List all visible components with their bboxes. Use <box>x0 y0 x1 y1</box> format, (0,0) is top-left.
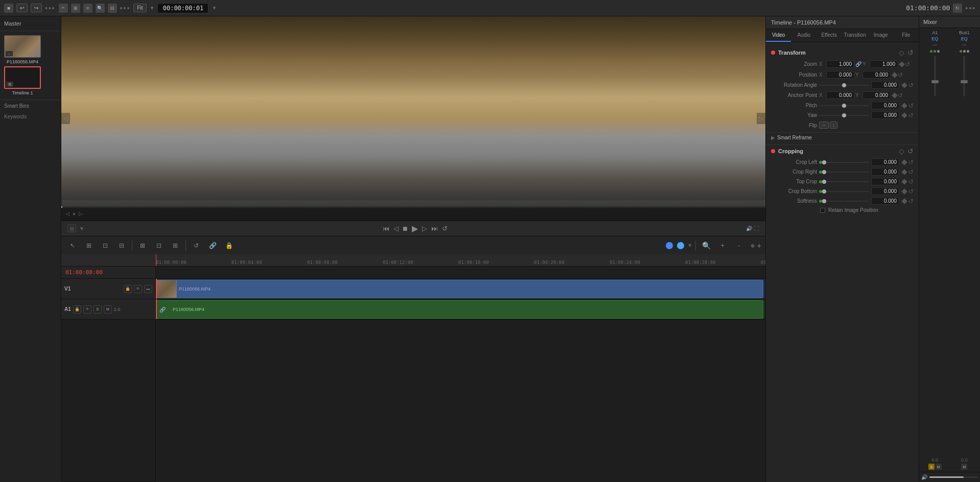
crop-right-keyframe[interactable] <box>901 169 907 175</box>
v1-clip-icon[interactable]: ▬ <box>144 285 152 293</box>
mixer-bus1-handle[interactable] <box>961 80 968 83</box>
zoom-fit-btn[interactable]: - <box>732 239 746 252</box>
crop-top-slider[interactable] <box>824 181 869 182</box>
add-marker-btn[interactable]: + <box>757 242 761 250</box>
v1-clip[interactable]: P1160056.MP4 <box>156 280 763 298</box>
mixer-a1-eq[interactable]: EQ <box>931 36 938 41</box>
a1-clip[interactable]: 🔗 P1160056.MP4 <box>156 300 763 319</box>
undo-button[interactable]: ↩ <box>16 4 28 12</box>
mixer-bus1-m-btn[interactable]: M <box>961 464 967 470</box>
toolbar-link-btn[interactable]: 🔗 <box>205 239 220 252</box>
a1-s-icon[interactable]: S <box>94 305 102 314</box>
tab-video[interactable]: Video <box>766 29 791 42</box>
go-start-btn[interactable]: ⏮ <box>383 225 389 232</box>
zoom-keyframe-btn[interactable] <box>899 61 904 67</box>
mixer-bus1-eq[interactable]: EQ <box>961 36 968 41</box>
zoom-reset-btn[interactable]: ↺ <box>905 61 910 68</box>
viewer-mark-out[interactable]: ▷ <box>79 211 83 216</box>
fit-button[interactable]: Fit <box>133 4 146 12</box>
mixer-a1-fader[interactable] <box>934 56 936 97</box>
flip-h-btn[interactable]: ↔ <box>819 122 829 129</box>
softness-keyframe[interactable] <box>901 198 907 204</box>
viewer-mark-in[interactable]: ◁ <box>65 211 69 216</box>
anchor-x-input[interactable] <box>826 91 854 99</box>
anchor-keyframe[interactable] <box>892 92 897 98</box>
pitch-input[interactable] <box>871 102 899 109</box>
rotation-reset[interactable]: ↺ <box>908 82 914 89</box>
a1-eye-icon[interactable]: 👁 <box>83 305 91 314</box>
crop-bottom-reset[interactable]: ↺ <box>908 188 914 195</box>
crop-top-reset[interactable]: ↺ <box>908 178 914 185</box>
color-btn-2[interactable] <box>677 242 684 249</box>
volume-slider[interactable] <box>929 476 978 478</box>
keywords-item[interactable]: Keywords <box>0 112 61 122</box>
crop-left-input[interactable] <box>871 158 899 166</box>
cropping-header[interactable]: Cropping ◇ ↺ <box>766 145 919 157</box>
softness-reset[interactable]: ↺ <box>908 198 914 205</box>
crop-left-slider[interactable] <box>824 162 869 163</box>
rotation-input[interactable] <box>871 81 899 89</box>
viewer-marker[interactable]: ● <box>73 211 76 216</box>
v1-eye-icon[interactable]: 👁 <box>134 285 142 293</box>
crop-right-slider[interactable] <box>824 172 869 173</box>
crop-right-reset[interactable]: ↺ <box>908 168 914 176</box>
media-item-timeline[interactable]: ▦ Timeline 1 <box>4 66 41 95</box>
yaw-keyframe[interactable] <box>901 112 907 118</box>
mixer-bus1-fader[interactable] <box>963 56 965 97</box>
toolbar-loop-btn[interactable]: ↺ <box>189 239 203 252</box>
stop-btn[interactable]: ■ <box>403 224 408 233</box>
yaw-reset[interactable]: ↺ <box>908 112 914 119</box>
play-btn[interactable]: ▶ <box>412 224 418 233</box>
toolbar-razor-btn[interactable]: ⊟ <box>114 239 129 252</box>
toolbar-replace-btn[interactable]: ⊞ <box>168 239 182 252</box>
v1-lock-icon[interactable]: 🔒 <box>124 285 132 293</box>
frame-arrow[interactable]: ▼ <box>79 226 84 231</box>
yaw-input[interactable] <box>871 111 899 119</box>
cropping-reset-btn[interactable]: ↺ <box>907 147 914 155</box>
tab-audio[interactable]: Audio <box>791 29 816 42</box>
crop-bottom-input[interactable] <box>871 187 899 195</box>
media-item-video[interactable]: ♪ P1160056.MP4 <box>4 35 41 64</box>
rotation-keyframe[interactable] <box>901 82 907 88</box>
yaw-slider[interactable] <box>819 115 869 116</box>
softness-slider[interactable] <box>824 201 869 202</box>
tab-file[interactable]: File <box>893 29 918 42</box>
toolbar-cut-btn[interactable]: ⊡ <box>98 239 112 252</box>
crop-bottom-slider[interactable] <box>824 191 869 192</box>
pos-x-input[interactable] <box>826 71 854 79</box>
smart-reframe-row[interactable]: ▶ Smart Reframe <box>766 132 919 142</box>
a1-lock-icon[interactable]: 🔒 <box>73 305 81 314</box>
crop-top-keyframe[interactable] <box>901 179 907 184</box>
pos-keyframe-btn[interactable] <box>892 72 897 78</box>
crop-left-keyframe[interactable] <box>901 159 907 165</box>
cropping-add-btn[interactable]: ◇ <box>899 147 904 155</box>
retain-checkbox[interactable] <box>820 208 825 213</box>
tab-transition[interactable]: Transition <box>842 29 868 42</box>
anchor-reset[interactable]: ↺ <box>898 92 903 99</box>
search-icon[interactable]: 🔍 <box>96 4 105 13</box>
toolbar-lock-btn[interactable]: 🔒 <box>222 239 236 252</box>
frame-icon[interactable]: ▤ <box>67 225 76 232</box>
viewer-fullscreen-btn[interactable]: ⛶ <box>754 226 759 231</box>
toolbar-overwrite-btn[interactable]: ⊠ <box>135 239 150 252</box>
a1-m-icon[interactable]: M <box>104 305 112 314</box>
tab-image[interactable]: Image <box>868 29 893 42</box>
toolbar-insert-btn[interactable]: ⊡ <box>152 239 166 252</box>
sync-icon[interactable]: ↻ <box>953 4 962 13</box>
mixer-a1-s-btn[interactable]: S <box>928 464 935 470</box>
softness-input[interactable] <box>871 197 899 205</box>
redo-button[interactable]: ↪ <box>31 4 42 12</box>
pos-y-input[interactable] <box>862 71 891 79</box>
color-btn-1[interactable] <box>666 242 673 249</box>
next-frame-btn[interactable]: ▷ <box>422 225 427 232</box>
crop-bottom-keyframe[interactable] <box>901 188 907 194</box>
transform-reset-btn[interactable]: ↺ <box>907 49 914 57</box>
zoom-link-icon[interactable]: 🔗 <box>855 61 861 67</box>
mixer-a1-m-btn[interactable]: M <box>936 464 942 470</box>
toolbar-select-btn[interactable]: ↖ <box>65 239 80 252</box>
color-arrow[interactable]: ▼ <box>687 243 692 248</box>
zoom-in-btn[interactable]: + <box>715 239 730 252</box>
toolbar-trim-btn[interactable]: ⊞ <box>82 239 96 252</box>
zoom-out-btn[interactable]: 🔍 <box>699 239 713 252</box>
viewer-right-btn[interactable]: ▷ <box>757 113 765 124</box>
